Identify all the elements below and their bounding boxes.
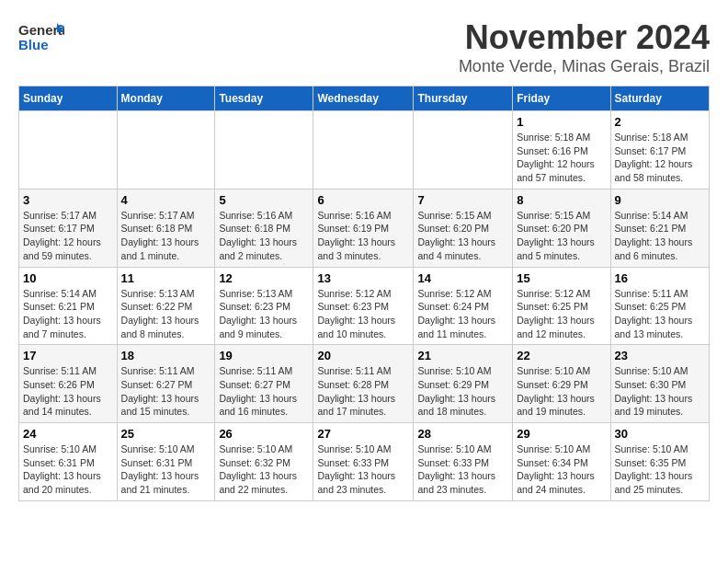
day-info: Sunrise: 5:11 AM Sunset: 6:27 PM Dayligh… xyxy=(121,364,211,419)
week-row-3: 10Sunrise: 5:14 AM Sunset: 6:21 PM Dayli… xyxy=(19,267,710,345)
day-number: 15 xyxy=(517,271,606,285)
day-number: 28 xyxy=(417,427,508,441)
day-info: Sunrise: 5:14 AM Sunset: 6:21 PM Dayligh… xyxy=(615,209,705,263)
logo-icon: General Blue xyxy=(18,18,64,55)
day-number: 7 xyxy=(417,193,508,207)
calendar-cell: 6Sunrise: 5:16 AM Sunset: 6:19 PM Daylig… xyxy=(313,189,414,267)
calendar-cell: 14Sunrise: 5:12 AM Sunset: 6:24 PM Dayli… xyxy=(414,267,513,345)
day-info: Sunrise: 5:17 AM Sunset: 6:17 PM Dayligh… xyxy=(23,209,113,263)
calendar-cell: 15Sunrise: 5:12 AM Sunset: 6:25 PM Dayli… xyxy=(513,267,610,345)
day-info: Sunrise: 5:10 AM Sunset: 6:33 PM Dayligh… xyxy=(317,442,409,497)
day-number: 26 xyxy=(219,427,309,441)
day-info: Sunrise: 5:10 AM Sunset: 6:31 PM Dayligh… xyxy=(121,442,211,497)
day-info: Sunrise: 5:10 AM Sunset: 6:35 PM Dayligh… xyxy=(615,442,705,497)
calendar-cell xyxy=(117,111,215,190)
day-info: Sunrise: 5:18 AM Sunset: 6:16 PM Dayligh… xyxy=(517,131,606,185)
weekday-header-wednesday: Wednesday xyxy=(313,86,414,111)
calendar-title-section: November 2024 Monte Verde, Minas Gerais,… xyxy=(459,18,710,76)
calendar-cell: 3Sunrise: 5:17 AM Sunset: 6:17 PM Daylig… xyxy=(19,189,118,267)
day-info: Sunrise: 5:13 AM Sunset: 6:22 PM Dayligh… xyxy=(121,287,211,341)
day-number: 16 xyxy=(615,271,705,285)
day-number: 8 xyxy=(517,193,606,207)
day-number: 21 xyxy=(417,349,508,362)
logo: General Blue xyxy=(18,18,64,55)
weekday-header-saturday: Saturday xyxy=(610,86,709,111)
calendar-cell: 13Sunrise: 5:12 AM Sunset: 6:23 PM Dayli… xyxy=(313,267,414,345)
day-number: 12 xyxy=(219,271,309,285)
day-number: 23 xyxy=(615,349,705,362)
day-number: 3 xyxy=(23,193,113,207)
weekday-header-friday: Friday xyxy=(513,86,610,111)
location-subtitle: Monte Verde, Minas Gerais, Brazil xyxy=(459,57,710,76)
day-number: 19 xyxy=(219,349,309,362)
day-number: 10 xyxy=(23,271,113,285)
day-number: 13 xyxy=(317,271,409,285)
calendar-cell: 11Sunrise: 5:13 AM Sunset: 6:22 PM Dayli… xyxy=(117,267,215,345)
day-info: Sunrise: 5:13 AM Sunset: 6:23 PM Dayligh… xyxy=(219,287,309,341)
day-info: Sunrise: 5:18 AM Sunset: 6:17 PM Dayligh… xyxy=(615,131,705,185)
calendar-cell: 4Sunrise: 5:17 AM Sunset: 6:18 PM Daylig… xyxy=(117,189,215,267)
calendar-cell: 5Sunrise: 5:16 AM Sunset: 6:18 PM Daylig… xyxy=(215,189,313,267)
day-number: 14 xyxy=(417,271,508,285)
weekday-header-row: SundayMondayTuesdayWednesdayThursdayFrid… xyxy=(19,86,710,111)
day-info: Sunrise: 5:16 AM Sunset: 6:19 PM Dayligh… xyxy=(317,209,409,263)
calendar-cell: 25Sunrise: 5:10 AM Sunset: 6:31 PM Dayli… xyxy=(117,423,215,501)
calendar-cell: 16Sunrise: 5:11 AM Sunset: 6:25 PM Dayli… xyxy=(610,267,709,345)
weekday-header-monday: Monday xyxy=(117,86,215,111)
day-number: 22 xyxy=(517,349,606,362)
calendar-cell: 18Sunrise: 5:11 AM Sunset: 6:27 PM Dayli… xyxy=(117,345,215,423)
day-number: 11 xyxy=(121,271,211,285)
day-number: 5 xyxy=(219,193,309,207)
day-number: 6 xyxy=(317,193,409,207)
day-number: 29 xyxy=(517,427,606,441)
calendar-cell: 10Sunrise: 5:14 AM Sunset: 6:21 PM Dayli… xyxy=(19,267,118,345)
calendar-cell xyxy=(19,111,118,190)
month-year-title: November 2024 xyxy=(459,18,710,57)
calendar-table: SundayMondayTuesdayWednesdayThursdayFrid… xyxy=(18,86,710,501)
calendar-cell xyxy=(215,111,313,190)
day-info: Sunrise: 5:12 AM Sunset: 6:24 PM Dayligh… xyxy=(417,287,508,341)
calendar-cell: 20Sunrise: 5:11 AM Sunset: 6:28 PM Dayli… xyxy=(313,345,414,423)
day-number: 1 xyxy=(517,115,606,129)
calendar-cell: 21Sunrise: 5:10 AM Sunset: 6:29 PM Dayli… xyxy=(414,345,513,423)
calendar-cell: 7Sunrise: 5:15 AM Sunset: 6:20 PM Daylig… xyxy=(414,189,513,267)
day-number: 17 xyxy=(23,349,113,362)
day-info: Sunrise: 5:10 AM Sunset: 6:31 PM Dayligh… xyxy=(23,442,113,497)
day-number: 4 xyxy=(121,193,211,207)
calendar-cell xyxy=(414,111,513,190)
calendar-cell: 27Sunrise: 5:10 AM Sunset: 6:33 PM Dayli… xyxy=(313,423,414,501)
day-info: Sunrise: 5:11 AM Sunset: 6:26 PM Dayligh… xyxy=(23,364,113,419)
calendar-cell: 1Sunrise: 5:18 AM Sunset: 6:16 PM Daylig… xyxy=(513,111,610,190)
day-number: 18 xyxy=(121,349,211,362)
day-number: 27 xyxy=(317,427,409,441)
day-info: Sunrise: 5:16 AM Sunset: 6:18 PM Dayligh… xyxy=(219,209,309,263)
calendar-cell: 29Sunrise: 5:10 AM Sunset: 6:34 PM Dayli… xyxy=(513,423,610,501)
day-info: Sunrise: 5:10 AM Sunset: 6:29 PM Dayligh… xyxy=(417,364,508,419)
weekday-header-sunday: Sunday xyxy=(19,86,118,111)
calendar-cell: 24Sunrise: 5:10 AM Sunset: 6:31 PM Dayli… xyxy=(19,423,118,501)
week-row-1: 1Sunrise: 5:18 AM Sunset: 6:16 PM Daylig… xyxy=(19,111,710,190)
day-info: Sunrise: 5:10 AM Sunset: 6:29 PM Dayligh… xyxy=(517,364,606,419)
week-row-5: 24Sunrise: 5:10 AM Sunset: 6:31 PM Dayli… xyxy=(19,423,710,501)
day-info: Sunrise: 5:15 AM Sunset: 6:20 PM Dayligh… xyxy=(517,209,606,263)
day-info: Sunrise: 5:15 AM Sunset: 6:20 PM Dayligh… xyxy=(417,209,508,263)
day-number: 20 xyxy=(317,349,409,362)
svg-text:Blue: Blue xyxy=(18,37,49,52)
page-header: General Blue November 2024 Monte Verde, … xyxy=(18,18,710,76)
day-info: Sunrise: 5:12 AM Sunset: 6:23 PM Dayligh… xyxy=(317,287,409,341)
calendar-cell: 19Sunrise: 5:11 AM Sunset: 6:27 PM Dayli… xyxy=(215,345,313,423)
day-number: 25 xyxy=(121,427,211,441)
day-number: 9 xyxy=(615,193,705,207)
calendar-cell: 22Sunrise: 5:10 AM Sunset: 6:29 PM Dayli… xyxy=(513,345,610,423)
calendar-cell: 12Sunrise: 5:13 AM Sunset: 6:23 PM Dayli… xyxy=(215,267,313,345)
calendar-cell: 26Sunrise: 5:10 AM Sunset: 6:32 PM Dayli… xyxy=(215,423,313,501)
week-row-2: 3Sunrise: 5:17 AM Sunset: 6:17 PM Daylig… xyxy=(19,189,710,267)
day-number: 30 xyxy=(615,427,705,441)
day-number: 2 xyxy=(615,115,705,129)
day-info: Sunrise: 5:10 AM Sunset: 6:33 PM Dayligh… xyxy=(417,442,508,497)
day-info: Sunrise: 5:11 AM Sunset: 6:27 PM Dayligh… xyxy=(219,364,309,419)
calendar-cell: 2Sunrise: 5:18 AM Sunset: 6:17 PM Daylig… xyxy=(610,111,709,190)
calendar-cell xyxy=(313,111,414,190)
day-info: Sunrise: 5:14 AM Sunset: 6:21 PM Dayligh… xyxy=(23,287,113,341)
day-info: Sunrise: 5:10 AM Sunset: 6:32 PM Dayligh… xyxy=(219,442,309,497)
